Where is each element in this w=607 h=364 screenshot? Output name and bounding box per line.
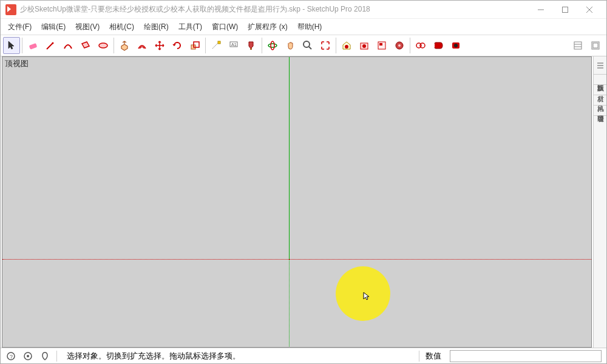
layout-tool[interactable]: [373, 37, 390, 54]
rotate-tool[interactable]: [169, 37, 186, 54]
menu-edit[interactable]: 编辑(E): [38, 20, 69, 34]
circle-tool[interactable]: [95, 37, 112, 54]
zoom-extents-tool[interactable]: [317, 37, 334, 54]
svg-point-6: [99, 43, 107, 48]
svg-point-27: [454, 44, 458, 47]
plugin-tool-1[interactable]: [412, 37, 429, 54]
pan-tool[interactable]: [282, 37, 299, 54]
menubar: 文件(F) 编辑(E) 视图(V) 相机(C) 绘图(R) 工具(T) 窗口(W…: [1, 19, 606, 35]
workspace: 顶视图 默认面板 材质 风格 项目管理: [1, 56, 606, 348]
plugin-tool-3[interactable]: [447, 37, 464, 54]
tray-tab-styles[interactable]: 风格: [594, 95, 606, 106]
toolbar-separator: [262, 38, 262, 53]
menu-extensions[interactable]: 扩展程序 (x): [244, 20, 291, 34]
status-message: 选择对象。切换到扩充选择。拖动鼠标选择多项。: [63, 351, 413, 362]
svg-rect-4: [29, 43, 38, 50]
axis-red: [289, 259, 592, 260]
extension-manager-tool[interactable]: [391, 37, 408, 54]
paint-tool[interactable]: [243, 37, 260, 54]
toolbar-separator: [22, 38, 22, 53]
tray-panel: 默认面板 材质 风格 项目管理: [593, 56, 606, 348]
orbit-tool[interactable]: [264, 37, 281, 54]
axis-green-negative: [289, 259, 290, 348]
titlebar: 少校SketchUp微课堂-只要您未经少校授权或少校本人获取的视频文件都是盗用行…: [1, 1, 606, 19]
svg-point-15: [304, 41, 310, 47]
plugin-tool-2[interactable]: [430, 37, 447, 54]
toolbar-separator: [205, 38, 206, 53]
line-tool[interactable]: [42, 37, 59, 54]
select-tool[interactable]: [3, 37, 20, 54]
svg-line-16: [309, 47, 311, 49]
eraser-tool[interactable]: [24, 37, 41, 54]
close-button[interactable]: [577, 1, 602, 18]
toolbar: A1: [1, 35, 606, 56]
svg-point-5: [52, 42, 54, 44]
svg-rect-32: [593, 43, 598, 48]
menu-window[interactable]: 窗口(W): [208, 20, 242, 34]
tray-toggle-button[interactable]: [594, 56, 606, 75]
measurement-input[interactable]: [450, 350, 602, 362]
axis-green: [289, 57, 290, 259]
svg-point-19: [362, 44, 366, 48]
app-window: 少校SketchUp微课堂-只要您未经少校授权或少校本人获取的视频文件都是盗用行…: [0, 0, 607, 364]
rectangle-tool[interactable]: [77, 37, 94, 54]
window-controls: [529, 1, 602, 18]
svg-rect-12: [250, 48, 252, 50]
svg-text:?: ?: [10, 354, 13, 360]
svg-point-25: [420, 43, 425, 48]
text-tool[interactable]: A1: [225, 37, 242, 54]
svg-point-39: [27, 355, 29, 357]
warehouse-tool[interactable]: [338, 37, 355, 54]
maximize-button[interactable]: [553, 1, 577, 18]
tray-tab-project[interactable]: 项目管理: [594, 106, 606, 116]
window-title: 少校SketchUp微课堂-只要您未经少校授权或少校本人获取的视频文件都是盗用行…: [20, 4, 529, 15]
svg-text:A1: A1: [231, 42, 237, 47]
view-label: 顶视图: [5, 58, 29, 69]
svg-rect-9: [218, 41, 220, 44]
svg-point-17: [345, 45, 348, 49]
viewport[interactable]: 顶视图: [2, 56, 592, 348]
svg-point-23: [398, 44, 401, 47]
svg-point-14: [271, 41, 274, 50]
extension-warehouse-tool[interactable]: [356, 37, 373, 54]
menu-camera[interactable]: 相机(C): [106, 20, 138, 34]
minimize-button[interactable]: [529, 1, 553, 18]
toolbar-separator: [410, 38, 410, 53]
status-separator: [56, 351, 57, 362]
toolbar-separator: [114, 38, 114, 53]
svg-rect-28: [574, 42, 582, 49]
offset-tool[interactable]: [134, 37, 151, 54]
menu-tools[interactable]: 工具(T): [175, 20, 206, 34]
tape-tool[interactable]: [208, 37, 225, 54]
move-tool[interactable]: [151, 37, 168, 54]
pushpull-tool[interactable]: [116, 37, 133, 54]
plugin-tool-5[interactable]: [587, 37, 604, 54]
app-icon: [5, 4, 16, 15]
svg-rect-1: [563, 7, 568, 12]
scale-tool[interactable]: [186, 37, 203, 54]
info-icon[interactable]: [22, 351, 33, 362]
svg-point-13: [268, 44, 277, 47]
menu-file[interactable]: 文件(F): [4, 20, 35, 34]
svg-rect-21: [379, 43, 382, 46]
toolbar-separator: [336, 38, 336, 53]
tray-tab-default[interactable]: 默认面板: [594, 75, 606, 85]
help-icon[interactable]: ?: [5, 351, 16, 362]
geo-icon[interactable]: [39, 351, 50, 362]
status-separator: [419, 351, 419, 362]
menu-draw[interactable]: 绘图(R): [140, 20, 172, 34]
menu-help[interactable]: 帮助(H): [294, 20, 326, 34]
measurement-label: 数值: [426, 351, 444, 362]
axis-red-negative: [2, 259, 289, 260]
statusbar: ? 选择对象。切换到扩充选择。拖动鼠标选择多项。 数值: [1, 348, 606, 363]
zoom-tool[interactable]: [299, 37, 316, 54]
cursor-icon: [362, 291, 371, 301]
arc-tool[interactable]: [59, 37, 76, 54]
tray-tab-materials[interactable]: 材质: [594, 85, 606, 95]
plugin-tool-4[interactable]: [569, 37, 586, 54]
menu-view[interactable]: 视图(V): [72, 20, 103, 34]
